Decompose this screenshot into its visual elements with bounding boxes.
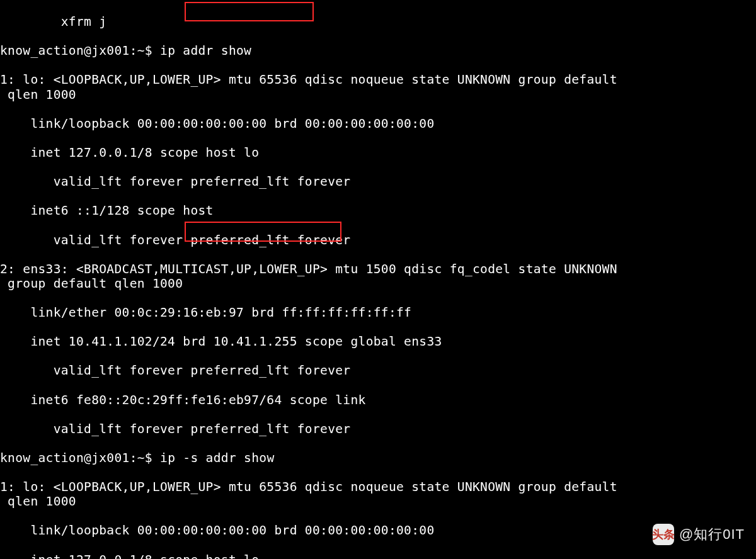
output-line: 2: ens33: <BROADCAST,MULTICAST,UP,LOWER_… [0, 262, 756, 291]
output-line: valid_lft forever preferred_lft forever [0, 363, 756, 378]
output-line: link/loopback 00:00:00:00:00:00 brd 00:0… [0, 116, 756, 131]
output-line: valid_lft forever preferred_lft forever [0, 174, 756, 189]
output-line: inet6 ::1/128 scope host [0, 203, 756, 218]
shell-prompt: know_action@jx001:~$ [0, 43, 160, 58]
output-line: 1: lo: <LOOPBACK,UP,LOWER_UP> mtu 65536 … [0, 72, 756, 101]
terminal[interactable]: xfrm j know_action@jx001:~$ ip addr show… [0, 0, 756, 559]
output-line: inet6 fe80::20c:29ff:fe16:eb97/64 scope … [0, 393, 756, 407]
output-line: link/loopback 00:00:00:00:00:00 brd 00:0… [0, 523, 756, 538]
output-line: inet 127.0.0.1/8 scope host lo [0, 553, 756, 559]
shell-prompt: know_action@jx001:~$ [0, 451, 160, 465]
watermark-logo-icon: 头条 [653, 524, 674, 545]
output-line: inet 127.0.0.1/8 scope host lo [0, 145, 756, 160]
output-line: valid_lft forever preferred_lft forever [0, 233, 756, 247]
output-line: 1: lo: <LOOPBACK,UP,LOWER_UP> mtu 65536 … [0, 480, 756, 509]
output-line: inet 10.41.1.102/24 brd 10.41.1.255 scop… [0, 334, 756, 349]
output-line: link/ether 00:0c:29:16:eb:97 brd ff:ff:f… [0, 305, 756, 320]
watermark: 头条 @知行0IT [653, 524, 745, 545]
command-input[interactable]: ip -s addr show [160, 451, 274, 465]
output-line: valid_lft forever preferred_lft forever [0, 422, 756, 436]
command-input[interactable]: ip addr show [160, 43, 251, 58]
partial-output-line: xfrm j [0, 14, 756, 29]
watermark-text: @知行0IT [679, 527, 745, 541]
